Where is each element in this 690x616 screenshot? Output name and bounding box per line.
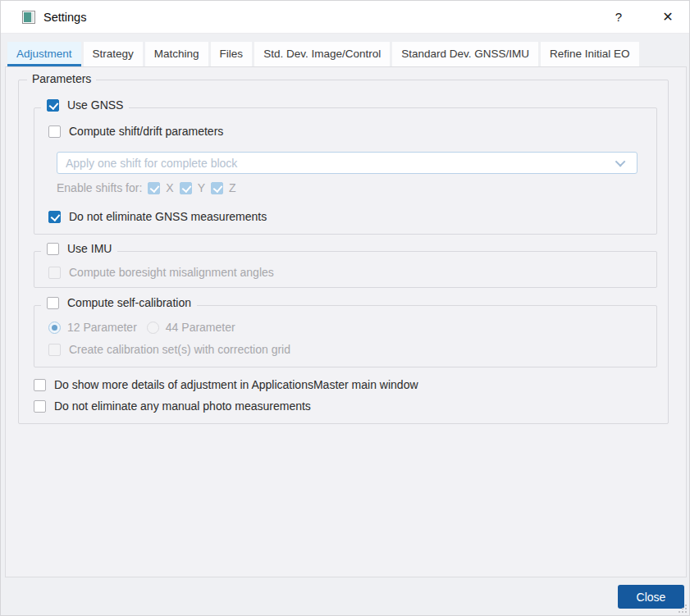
use-gnss-checkbox[interactable] xyxy=(47,99,59,112)
shift-mode-value: Apply one shift for complete block xyxy=(66,157,618,170)
compute-boresight-label: Compute boresight misalignment angles xyxy=(69,266,274,279)
radio-44-parameter-label: 44 Parameter xyxy=(166,321,235,334)
compute-self-calibration-label: Compute self-calibration xyxy=(67,296,191,309)
compute-self-calibration-checkbox[interactable] xyxy=(47,297,59,309)
do-not-eliminate-manual-label: Do not eliminate any manual photo measur… xyxy=(54,399,311,413)
use-imu-checkbox[interactable] xyxy=(47,243,59,255)
do-not-eliminate-gnss-label: Do not eliminate GNSS measurements xyxy=(69,210,267,223)
app-icon-fill xyxy=(24,12,31,22)
enable-shifts-label: Enable shifts for: xyxy=(57,181,142,194)
do-not-eliminate-manual-checkbox[interactable] xyxy=(34,400,46,413)
tab-refine-initial-eo[interactable]: Refine Initial EO xyxy=(541,42,639,66)
tab-files[interactable]: Files xyxy=(211,42,253,66)
app-icon-strip xyxy=(31,12,34,22)
compute-shift-drift-checkbox[interactable] xyxy=(48,125,61,138)
tab-adjustment[interactable]: Adjustment xyxy=(7,42,81,66)
create-calibration-set-label: Create calibration set(s) with correctio… xyxy=(69,343,290,356)
radio-44-parameter xyxy=(147,322,159,334)
compute-boresight-checkbox xyxy=(48,267,61,279)
create-calibration-set-checkbox xyxy=(48,344,61,356)
parameters-group-label: Parameters xyxy=(27,72,96,85)
shift-y-checkbox xyxy=(180,182,192,194)
tab-std-dev-image-control[interactable]: Std. Dev. Image/Control xyxy=(254,42,390,66)
shift-y-label: Y xyxy=(198,181,205,194)
window-title: Settings xyxy=(43,1,86,34)
use-imu-group: Use IMU Compute boresight misalignment a… xyxy=(34,251,657,288)
tab-matching[interactable]: Matching xyxy=(145,42,208,66)
show-more-details-checkbox[interactable] xyxy=(34,379,46,391)
show-more-details-label: Do show more details of adjustment in Ap… xyxy=(54,378,418,391)
resize-grip[interactable] xyxy=(677,603,687,613)
shift-z-checkbox xyxy=(211,182,223,194)
self-calibration-group: Compute self-calibration 12 Parameter 44… xyxy=(34,305,657,367)
title-bar: Settings ? ✕ xyxy=(1,1,689,34)
shift-x-checkbox xyxy=(148,182,160,194)
tab-strategy[interactable]: Strategy xyxy=(84,42,143,66)
close-button[interactable]: Close xyxy=(618,585,684,609)
parameters-group: Parameters Use GNSS Compute shift/drift … xyxy=(18,80,669,424)
shift-x-label: X xyxy=(166,181,173,194)
tab-bar: Adjustment Strategy Matching Files Std. … xyxy=(7,42,639,66)
use-imu-label: Use IMU xyxy=(67,242,112,255)
app-icon xyxy=(22,11,35,24)
radio-12-parameter xyxy=(48,322,61,334)
compute-shift-drift-label: Compute shift/drift parameters xyxy=(69,125,223,138)
help-button[interactable]: ? xyxy=(605,1,633,34)
use-gnss-label: Use GNSS xyxy=(67,98,123,112)
tab-standard-dev-gnss-imu[interactable]: Standard Dev. GNSS/IMU xyxy=(392,42,538,66)
adjustment-tab-page: Parameters Use GNSS Compute shift/drift … xyxy=(5,66,687,577)
shift-z-label: Z xyxy=(229,181,236,194)
shift-mode-dropdown[interactable]: Apply one shift for complete block xyxy=(57,152,637,174)
radio-12-parameter-label: 12 Parameter xyxy=(67,321,137,334)
do-not-eliminate-gnss-checkbox[interactable] xyxy=(48,211,61,223)
window-close-icon[interactable]: ✕ xyxy=(654,1,682,34)
settings-dialog: Settings ? ✕ Adjustment Strategy Matchin… xyxy=(0,0,690,616)
use-gnss-group: Use GNSS Compute shift/drift parameters … xyxy=(34,107,657,235)
